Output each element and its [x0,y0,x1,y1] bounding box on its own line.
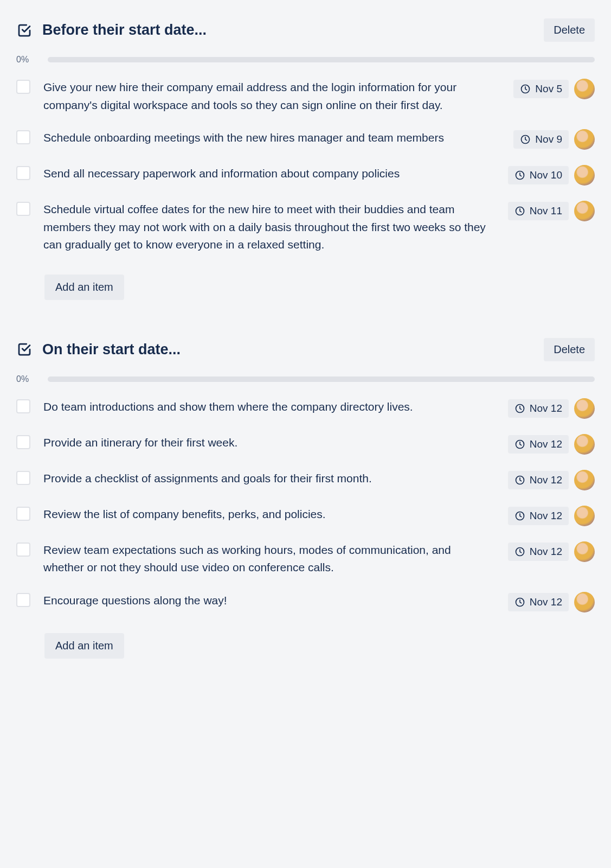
clock-icon [514,206,525,216]
item-meta: Nov 12 [508,506,595,526]
checkbox[interactable] [16,542,30,557]
section-title: On their start date... [42,341,534,358]
section-header: Before their start date...Delete [16,18,595,42]
due-date-label: Nov 5 [535,83,562,95]
delete-button[interactable]: Delete [544,338,595,361]
due-date-label: Nov 12 [530,596,562,608]
checkbox[interactable] [16,593,30,607]
clock-icon [514,546,525,557]
progress-bar [48,376,595,382]
due-date-chip[interactable]: Nov 12 [508,399,569,418]
progress-bar [48,57,595,62]
checklist-item: Encourage questions along the way! Nov 1… [16,592,595,612]
checklist-item: Do team introductions and show them wher… [16,398,595,419]
assignee-avatar[interactable] [574,79,595,99]
clock-icon [514,170,525,181]
progress-percent: 0% [16,55,37,65]
checkbox[interactable] [16,507,30,521]
item-meta: Nov 5 [513,79,595,99]
checklist-item: Send all necessary paperwork and informa… [16,165,595,186]
assignee-avatar[interactable] [574,129,595,150]
item-meta: Nov 12 [508,592,595,612]
due-date-chip[interactable]: Nov 9 [513,130,569,149]
checklist-item: Give your new hire their company email a… [16,79,595,114]
section-header: On their start date...Delete [16,338,595,361]
clock-icon [514,510,525,521]
checklist-item: Schedule virtual coffee dates for the ne… [16,201,595,254]
assignee-avatar[interactable] [574,506,595,526]
item-meta: Nov 12 [508,470,595,490]
assignee-avatar[interactable] [574,434,595,455]
clock-icon [514,475,525,486]
due-date-chip[interactable]: Nov 10 [508,166,569,184]
due-date-label: Nov 12 [530,403,562,414]
checklist-item: Provide an itinerary for their first wee… [16,434,595,455]
due-date-chip[interactable]: Nov 11 [508,202,569,220]
item-text[interactable]: Review the list of company benefits, per… [43,506,495,524]
assignee-avatar[interactable] [574,592,595,612]
checklist-section: Before their start date...Delete0%Give y… [16,18,595,300]
item-text[interactable]: Encourage questions along the way! [43,592,495,610]
item-text[interactable]: Schedule virtual coffee dates for the ne… [43,201,495,254]
item-text[interactable]: Do team introductions and show them wher… [43,398,495,416]
due-date-label: Nov 10 [530,169,562,181]
clock-icon [520,84,531,94]
item-text[interactable]: Review team expectations such as working… [43,541,495,577]
item-text[interactable]: Give your new hire their company email a… [43,79,500,114]
assignee-avatar[interactable] [574,470,595,490]
checkbox[interactable] [16,80,30,94]
due-date-label: Nov 12 [530,546,562,558]
due-date-label: Nov 12 [530,510,562,522]
clock-icon [514,403,525,414]
item-meta: Nov 12 [508,398,595,419]
checklist-icon [16,22,33,39]
add-item-button[interactable]: Add an item [44,275,124,300]
delete-button[interactable]: Delete [544,18,595,42]
checklist-item: Review team expectations such as working… [16,541,595,577]
due-date-chip[interactable]: Nov 5 [513,80,569,98]
item-text[interactable]: Provide an itinerary for their first wee… [43,434,495,452]
progress-row: 0% [16,55,595,65]
checkbox[interactable] [16,435,30,449]
checklist-section: On their start date...Delete0%Do team in… [16,338,595,659]
checklist-item: Provide a checklist of assignments and g… [16,470,595,490]
due-date-chip[interactable]: Nov 12 [508,542,569,561]
clock-icon [520,134,531,145]
item-meta: Nov 12 [508,434,595,455]
due-date-label: Nov 11 [530,205,562,217]
checklist-item: Schedule onboarding meetings with the ne… [16,129,595,150]
clock-icon [514,597,525,608]
section-title: Before their start date... [42,22,534,39]
assignee-avatar[interactable] [574,201,595,221]
item-text[interactable]: Send all necessary paperwork and informa… [43,165,495,183]
item-text[interactable]: Schedule onboarding meetings with the ne… [43,129,500,147]
progress-row: 0% [16,374,595,384]
checklist-item: Review the list of company benefits, per… [16,506,595,526]
due-date-chip[interactable]: Nov 12 [508,507,569,525]
clock-icon [514,439,525,450]
checkbox[interactable] [16,166,30,180]
due-date-chip[interactable]: Nov 12 [508,435,569,454]
checkbox[interactable] [16,471,30,485]
assignee-avatar[interactable] [574,398,595,419]
assignee-avatar[interactable] [574,541,595,562]
due-date-chip[interactable]: Nov 12 [508,593,569,611]
checkbox[interactable] [16,130,30,144]
item-meta: Nov 9 [513,129,595,150]
item-meta: Nov 11 [508,201,595,221]
item-text[interactable]: Provide a checklist of assignments and g… [43,470,495,488]
due-date-label: Nov 12 [530,474,562,486]
item-meta: Nov 12 [508,541,595,562]
due-date-chip[interactable]: Nov 12 [508,471,569,489]
due-date-label: Nov 12 [530,438,562,450]
item-meta: Nov 10 [508,165,595,186]
checkbox[interactable] [16,399,30,413]
checkbox[interactable] [16,202,30,216]
due-date-label: Nov 9 [535,133,562,145]
progress-percent: 0% [16,374,37,384]
add-item-button[interactable]: Add an item [44,633,124,659]
checklist-icon [16,341,33,358]
assignee-avatar[interactable] [574,165,595,186]
